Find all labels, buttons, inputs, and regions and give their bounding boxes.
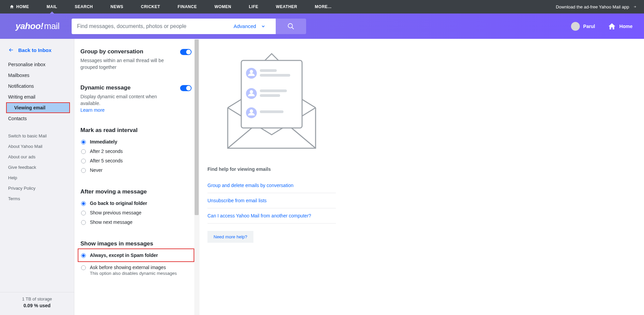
radio-mark-read-5s[interactable]: After 5 seconds [80, 156, 192, 165]
advanced-label: Advanced [233, 23, 256, 29]
topnav-cricket[interactable]: CRICKET [132, 0, 169, 14]
radio-icon [81, 159, 86, 163]
home-icon [9, 4, 14, 9]
radio-mark-read-never[interactable]: Never [80, 165, 192, 175]
need-more-help-button[interactable]: Need more help? [207, 231, 253, 243]
search-box: Advanced [72, 19, 276, 34]
topnav-home[interactable]: HOME [7, 0, 38, 14]
radio-label: Ask before showing external images [90, 265, 177, 270]
svg-rect-12 [260, 110, 283, 113]
advanced-search-toggle[interactable]: Advanced [233, 23, 270, 29]
envelope-illustration-icon [207, 47, 336, 155]
topnav-label: NEWS [110, 4, 123, 9]
section-desc: Display dynamic email content when avail… [80, 93, 173, 114]
topnav-search[interactable]: SEARCH [66, 0, 102, 14]
chevron-down-icon [261, 24, 266, 29]
sidebar-item-personalise-inbox[interactable]: Personalise inbox [0, 59, 74, 70]
sidebar-item-about-ads[interactable]: About our ads [0, 152, 74, 162]
topnav-news[interactable]: NEWS [102, 0, 132, 14]
storage-used: 0.09 % used [0, 303, 74, 308]
help-link-group-delete[interactable]: Group and delete emails by conversation [207, 178, 336, 193]
sidebar-item-mailboxes[interactable]: Mailboxes [0, 70, 74, 81]
section-after-move: After moving a message Go back to origin… [80, 188, 192, 227]
radio-show-images-ask[interactable]: Ask before showing external images This … [80, 263, 192, 278]
section-title: Dynamic message [80, 84, 173, 91]
svg-point-11 [250, 109, 253, 113]
settings-panel[interactable]: Group by conversation Messages within an… [74, 39, 199, 315]
sidebar-item-switch-basic[interactable]: Switch to basic Mail [0, 131, 74, 141]
radio-label: Show next message [90, 219, 132, 225]
topnav-label: WOMEN [215, 4, 231, 9]
radio-after-move-prev[interactable]: Show previous message [80, 208, 192, 217]
topnav-label: MAIL [47, 4, 57, 9]
section-title: After moving a message [80, 188, 192, 195]
toggle-dynamic-message[interactable] [180, 85, 192, 91]
topnav-finance[interactable]: FINANCE [169, 0, 206, 14]
topnav-more[interactable]: MORE... [306, 0, 341, 14]
help-panel: Find help for viewing emails Group and d… [199, 39, 644, 315]
section-title: Mark as read interval [80, 127, 192, 134]
settings-sidebar: Back to Inbox Personalise inbox Mailboxe… [0, 39, 74, 315]
section-mark-read: Mark as read interval Immediately After … [80, 127, 192, 175]
radio-label: Show previous message [90, 210, 142, 215]
topnav-life[interactable]: LIFE [240, 0, 267, 14]
radio-mark-read-immediately[interactable]: Immediately [80, 137, 192, 147]
back-to-inbox[interactable]: Back to Inbox [0, 45, 74, 59]
radio-show-images-always[interactable]: Always, except in Spam folder [80, 251, 192, 260]
help-link-access-another-computer[interactable]: Can I access Yahoo Mail from another com… [207, 208, 336, 224]
topnav-mail[interactable]: MAIL [38, 0, 66, 14]
radio-icon [81, 265, 86, 270]
download-app-link[interactable]: Download the ad-free Yahoo Mail app [556, 4, 629, 9]
sidebar-item-notifications[interactable]: Notifications [0, 81, 74, 91]
yahoo-mail-logo[interactable]: yahoo!mail [16, 21, 59, 31]
home-icon [608, 22, 616, 30]
svg-rect-9 [260, 94, 280, 97]
search-button[interactable] [276, 19, 306, 34]
radio-mark-read-2s[interactable]: After 2 seconds [80, 147, 192, 156]
topnav-weather[interactable]: WEATHER [267, 0, 306, 14]
sidebar-item-privacy[interactable]: Privacy Policy [0, 183, 74, 193]
topnav-women[interactable]: WOMEN [206, 0, 240, 14]
radio-label: After 2 seconds [90, 149, 123, 154]
topnav-label: CRICKET [141, 4, 160, 9]
user-name: Parul [583, 24, 595, 29]
scrollbar[interactable] [194, 39, 199, 315]
logo-product: mail [44, 21, 59, 31]
sidebar-item-about-yahoo-mail[interactable]: About Yahoo Mail [0, 141, 74, 152]
help-section-title: Find help for viewing emails [207, 166, 644, 172]
radio-icon [81, 168, 86, 173]
search-input[interactable] [77, 23, 233, 29]
svg-point-3 [250, 70, 253, 73]
help-link-list: Group and delete emails by conversation … [207, 178, 336, 224]
user-menu[interactable]: Parul [571, 22, 595, 31]
toggle-group-conversation[interactable] [180, 49, 192, 55]
sidebar-item-contacts[interactable]: Contacts [0, 113, 74, 124]
svg-rect-5 [260, 74, 290, 77]
sidebar-item-terms[interactable]: Terms [0, 193, 74, 204]
radio-after-move-back[interactable]: Go back to original folder [80, 199, 192, 208]
header-right: Parul Home [571, 22, 633, 31]
scrollbar-thumb[interactable] [195, 40, 199, 215]
topnav-label: MORE... [315, 4, 332, 9]
main-area: Back to Inbox Personalise inbox Mailboxe… [0, 39, 644, 315]
radio-label: Always, except in Spam folder [90, 253, 158, 258]
radio-sublabel: This option also disables dynamic messag… [90, 271, 177, 276]
radio-label: After 5 seconds [90, 158, 123, 163]
svg-point-0 [288, 23, 293, 28]
search-icon [287, 23, 295, 30]
radio-after-move-next[interactable]: Show next message [80, 217, 192, 227]
home-button[interactable]: Home [608, 22, 633, 30]
sidebar-item-writing-email[interactable]: Writing email [0, 91, 74, 102]
sidebar-item-give-feedback[interactable]: Give feedback [0, 162, 74, 173]
radio-label: Never [90, 167, 102, 173]
arrow-left-icon [8, 47, 14, 53]
sidebar-item-viewing-email[interactable]: Viewing email [6, 102, 70, 113]
topnav-label: SEARCH [75, 4, 93, 9]
radio-label: Immediately [90, 139, 117, 145]
highlight-show-images-always: Always, except in Spam folder [78, 248, 194, 262]
help-link-unsubscribe[interactable]: Unsubscribe from email lists [207, 193, 336, 208]
learn-more-link[interactable]: Learn more [80, 107, 105, 113]
topnav-label: FINANCE [178, 4, 197, 9]
sidebar-item-help[interactable]: Help [0, 173, 74, 183]
section-title: Group by conversation [80, 48, 173, 55]
